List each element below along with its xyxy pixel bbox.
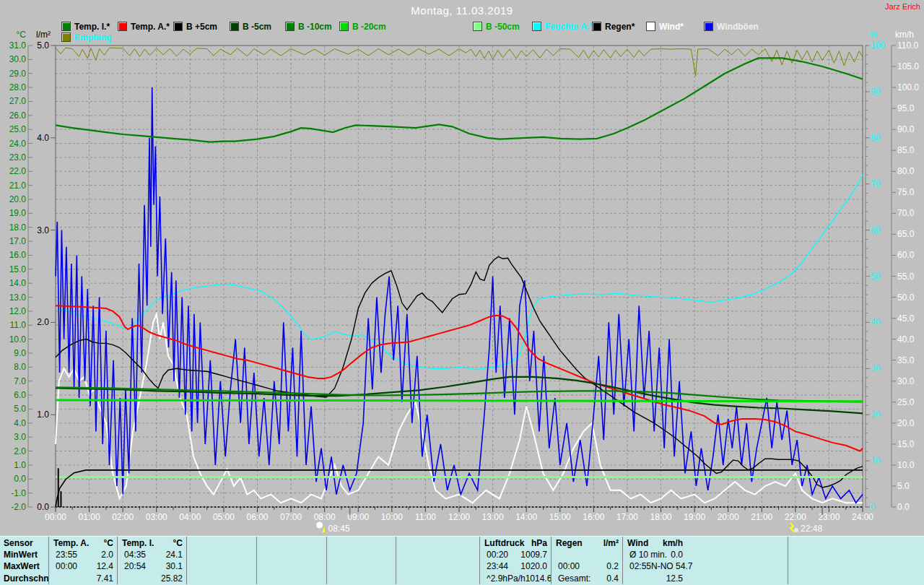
table-cell: [551, 549, 622, 560]
svg-text:95.0: 95.0: [897, 103, 915, 113]
table-cell: [256, 549, 326, 560]
svg-text:60.0: 60.0: [897, 250, 915, 260]
table-cell: 12.5: [622, 572, 788, 584]
stats-table: SensorTemp. A.°CTemp. I.°CLuftdruckhPaRe…: [0, 536, 924, 585]
stat-time: 00:20: [480, 550, 508, 560]
stat-time: 00:00: [552, 561, 580, 571]
svg-text:45.0: 45.0: [897, 313, 915, 324]
stat-value: 1020.0: [520, 561, 551, 571]
table-cell: 7.41: [48, 572, 117, 584]
table-cell: 00:000.2: [551, 560, 622, 572]
svg-text:13:00: 13:00: [482, 512, 504, 522]
y-axis-temp: °C31.030.029.028.027.026.025.024.023.022…: [9, 30, 32, 512]
svg-text:20.0: 20.0: [897, 418, 915, 428]
svg-text:20: 20: [871, 410, 881, 420]
svg-text:31.0: 31.0: [9, 40, 27, 51]
stat-time: Gesamt:: [552, 573, 590, 584]
y-axis-humidity: %0102030405060708090100: [866, 30, 885, 512]
y-axis-rain: l/m²5.04.03.02.01.00.0: [36, 30, 56, 512]
svg-text:40.0: 40.0: [897, 334, 915, 344]
table-row-label: MinWert: [0, 549, 48, 560]
svg-text:11:00: 11:00: [415, 512, 436, 522]
table-cell: [256, 537, 326, 549]
stat-value: 0.4: [606, 573, 622, 584]
stat-time: 04:35: [118, 550, 146, 560]
table-cell: 23:552.0: [48, 549, 117, 560]
svg-text:6.0: 6.0: [14, 390, 26, 400]
svg-text:30.0: 30.0: [9, 54, 27, 64]
svg-text:08:00: 08:00: [314, 512, 336, 522]
table-cell: [788, 537, 924, 549]
svg-text:105.0: 105.0: [897, 61, 919, 72]
svg-text:50: 50: [871, 272, 881, 282]
svg-text:15.0: 15.0: [9, 264, 27, 274]
svg-text:04:00: 04:00: [179, 512, 201, 522]
svg-text:05:00: 05:00: [213, 512, 235, 522]
marker-time-label: 22:48: [801, 524, 822, 534]
svg-text:00:00: 00:00: [45, 512, 66, 522]
svg-text:2.0: 2.0: [14, 446, 26, 456]
sensor-name: Regen: [552, 538, 583, 548]
sunrise-icon: [316, 522, 326, 533]
svg-text:0: 0: [871, 502, 876, 512]
table-cell: [326, 572, 396, 584]
svg-text:10:00: 10:00: [381, 512, 403, 522]
svg-text:70: 70: [871, 179, 881, 189]
stat-value: 12.4: [97, 561, 117, 571]
svg-text:25.0: 25.0: [9, 124, 27, 134]
gridlines: [56, 46, 863, 507]
svg-text:26.0: 26.0: [9, 110, 27, 121]
svg-text:22:00: 22:00: [785, 512, 806, 522]
svg-text:10: 10: [871, 456, 881, 466]
svg-text:15.0: 15.0: [897, 439, 915, 449]
stat-time: [623, 573, 629, 584]
table-cell: [326, 537, 396, 549]
svg-text:-1.0: -1.0: [11, 488, 26, 498]
x-axis: 00:0001:0002:0003:0004:0005:0006:0007:00…: [45, 507, 873, 522]
marker-time-label: 08:45: [328, 524, 350, 534]
svg-text:11.0: 11.0: [10, 320, 27, 330]
series-b_minus20: [56, 400, 863, 402]
sensor-name: Luftdruck: [480, 538, 524, 548]
svg-text:12.0: 12.0: [9, 306, 27, 316]
svg-text:100.0: 100.0: [897, 82, 919, 92]
svg-text:20:00: 20:00: [718, 512, 739, 522]
table-cell: [788, 560, 924, 572]
stat-value: 2.0: [101, 550, 117, 560]
sensor-unit: l/m²: [603, 538, 622, 548]
svg-text:16:00: 16:00: [583, 512, 604, 522]
svg-text:80: 80: [871, 133, 881, 143]
svg-text:60: 60: [871, 225, 881, 235]
sensor-unit: °C: [104, 538, 117, 548]
table-cell: Windkm/h: [622, 537, 788, 549]
svg-text:110.0: 110.0: [897, 40, 918, 51]
svg-text:10.0: 10.0: [897, 460, 915, 470]
svg-text:4.0: 4.0: [14, 418, 26, 428]
svg-text:30: 30: [871, 363, 881, 373]
svg-text:23:00: 23:00: [818, 512, 840, 522]
svg-text:12:00: 12:00: [448, 512, 470, 522]
table-cell: [396, 537, 479, 549]
table-cell: [396, 549, 479, 560]
svg-text:23.0: 23.0: [9, 152, 27, 162]
table-cell: 23:441020.0: [479, 560, 551, 572]
svg-text:10.0: 10.0: [9, 334, 27, 344]
svg-text:3.0: 3.0: [37, 225, 49, 235]
weather-chart: °C31.030.029.028.027.026.025.024.023.022…: [0, 0, 924, 536]
y-axis-wind: km/h0.05.010.015.020.025.030.035.040.045…: [892, 30, 919, 512]
svg-text:4.0: 4.0: [37, 133, 49, 143]
table-cell: [186, 537, 256, 549]
svg-text:1.0: 1.0: [37, 410, 49, 420]
svg-text:28.0: 28.0: [9, 82, 27, 92]
stat-value: 0.2: [606, 561, 622, 571]
table-row-label: Sensor: [0, 537, 48, 549]
table-cell: 25.82: [117, 572, 186, 584]
svg-text:9.0: 9.0: [14, 348, 26, 358]
table-cell: [186, 560, 256, 572]
svg-text:18.0: 18.0: [9, 222, 27, 233]
svg-text:29.0: 29.0: [9, 69, 27, 79]
svg-text:18:00: 18:00: [650, 512, 671, 522]
svg-text:l/m²: l/m²: [36, 30, 51, 40]
stat-time: 02:55: [623, 561, 651, 571]
table-cell: [788, 549, 924, 560]
